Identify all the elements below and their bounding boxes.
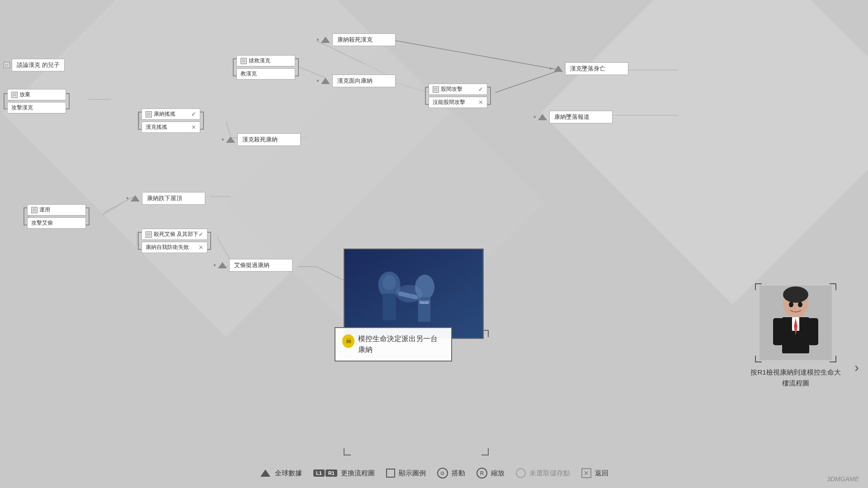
triangle-icon: [226, 136, 235, 143]
no-save-label: 未選取儲存點: [529, 469, 570, 478]
node-label: 漢克殺死康納: [237, 133, 301, 146]
node-label: 漢克墜落身亡: [565, 62, 628, 75]
triangle-icon: [538, 114, 547, 120]
bullet: •: [316, 77, 319, 85]
group-choices: □ 股間攻擊 ✓ 沒能股間攻擊 ✕: [429, 84, 487, 108]
triangle-icon: [321, 37, 330, 43]
check-mark: ✓: [478, 86, 483, 93]
choice-use: □ 運用: [27, 204, 86, 216]
check-mark: ✓: [198, 231, 203, 238]
video-preview: POLICE: [344, 249, 484, 339]
corner-tr: [830, 283, 836, 290]
right-panel: 按R1檢視康納到達模控生命大樓流程圖: [750, 283, 841, 389]
choice-icon: □: [11, 92, 18, 98]
group-choices: □ 放棄 攻擊漢克: [7, 89, 66, 113]
action-group-1: □ 放棄 攻擊漢克: [4, 89, 70, 113]
l1-button: L1: [313, 469, 325, 477]
group-bracket-right: [66, 93, 70, 109]
l1r1-buttons: L1 R1: [313, 469, 337, 477]
triangle-icon: [554, 66, 563, 72]
choice-icon: □: [241, 58, 247, 64]
svg-point-39: [396, 285, 423, 302]
choice-group-groin: □ 股間攻擊 ✓ 沒能股間攻擊 ✕: [425, 84, 491, 108]
bullet: •: [316, 36, 319, 44]
svg-point-44: [783, 286, 808, 303]
node-hank-face-connor: • 漢克面向康納: [316, 75, 396, 87]
group-bracket-left: [138, 232, 142, 250]
video-inner: POLICE: [344, 249, 483, 338]
svg-rect-48: [773, 318, 783, 345]
choice-icon: □: [31, 207, 38, 213]
choice-attack-eva: 攻擊艾偷: [27, 217, 86, 229]
tooltip-content: ☠ 模控生命決定派出另一台康納: [342, 333, 444, 355]
toolbar-move[interactable]: ⊙ 搭動: [437, 468, 465, 479]
x-mark: ✕: [478, 99, 483, 106]
choice-connor-self-defense-fail: 康納自我防衛失敗 ✕: [142, 242, 208, 253]
bullet: •: [549, 65, 552, 73]
svg-point-50: [789, 302, 793, 307]
group-bracket-right: [208, 232, 211, 250]
choice-icon: □: [146, 231, 152, 238]
triangle-icon: [218, 262, 227, 268]
toolbar-global-data[interactable]: 全球數據: [259, 467, 302, 479]
tooltip-text: 模控生命決定派出另一台康納: [358, 333, 444, 355]
node-label: 漢克面向康納: [332, 75, 396, 87]
node-connor-fall-report: • 康納墜落報道: [533, 111, 613, 123]
square-icon: [386, 469, 395, 478]
node-label: 康納跌下屋頂: [142, 192, 205, 205]
circle-icon: [516, 468, 526, 478]
switch-chart-label: 更換流程圖: [341, 469, 375, 478]
group-choices: □ 拯救漢克 教漢克: [236, 55, 295, 80]
node-label: 康納墜落報道: [549, 111, 613, 123]
choice-icon: □: [433, 86, 439, 93]
group-bracket-left: [233, 58, 236, 76]
toolbar-show-legend[interactable]: 顯示圖例: [386, 469, 426, 478]
back-label: 返回: [595, 469, 609, 478]
bottom-toolbar: 全球數據 L1 R1 更換流程圖 顯示圖例 ⊙ 搭動 R 縮放 未選取儲存點 ✕…: [259, 467, 609, 479]
group-bracket-right: [295, 58, 299, 76]
next-button[interactable]: ›: [854, 360, 859, 375]
choice-group-shake: □ 康納搖搖 ✓ 漢克搖搖 ✕: [138, 108, 204, 133]
choice-hank-shake: 漢克搖搖 ✕: [142, 122, 200, 133]
group-bracket-left: [4, 93, 7, 109]
tooltip-icon: ☠: [342, 334, 354, 348]
node-hank-kill-connor: • 漢克殺死康納: [222, 133, 301, 146]
zoom-label: 縮放: [491, 469, 505, 478]
node-discuss-hank-son: □ 談論漢克 的兒子: [4, 59, 65, 71]
watermark: 3DMGAME: [827, 475, 859, 483]
group-bracket-right: [86, 207, 90, 225]
node-group-use-attack: □ 運用 攻擊艾偷: [24, 204, 90, 229]
choice-icon: □: [146, 111, 152, 117]
toolbar-no-save[interactable]: 未選取儲存點: [516, 468, 570, 478]
toolbar-switch-chart[interactable]: L1 R1 更換流程圖: [313, 469, 375, 478]
node-label: 談論漢克 的兒子: [12, 59, 65, 71]
toolbar-zoom[interactable]: R 縮放: [476, 468, 505, 479]
check-mark: ✓: [191, 111, 196, 117]
x-mark: ✕: [191, 124, 196, 131]
svg-point-35: [382, 275, 396, 291]
choice-kill-eva-troops: □ 殺死艾偷 及其部下 ✓: [142, 229, 208, 240]
choice-connor-shake: □ 康納搖搖 ✓: [142, 108, 200, 120]
group-bracket-left: [24, 207, 27, 225]
right-panel-description: 按R1檢視康納到達模控生命大樓流程圖: [750, 367, 841, 389]
video-scene: POLICE: [344, 249, 483, 338]
x-mark: ✕: [198, 244, 203, 251]
r-icon: R: [476, 468, 487, 479]
choice-group-kill-eva: □ 殺死艾偷 及其部下 ✓ 康納自我防衛失敗 ✕: [138, 229, 211, 253]
group-bracket-left: [425, 87, 429, 105]
clock-icon: ⊙: [437, 468, 448, 479]
svg-point-51: [798, 302, 802, 307]
node-group-save-hank: □ 拯救漢克 教漢克: [233, 55, 299, 80]
r1-button: R1: [326, 469, 337, 477]
bullet: •: [533, 113, 536, 121]
choice-save-hank: □ 拯救漢克: [236, 55, 295, 66]
toolbar-back[interactable]: ✕ 返回: [581, 468, 609, 478]
triangle-icon: [131, 195, 140, 202]
global-data-label: 全球數據: [275, 469, 302, 478]
right-panel-figure: [755, 283, 836, 362]
svg-rect-34: [382, 294, 396, 320]
svg-rect-49: [808, 318, 818, 345]
node-eva-survive-connor: • 艾偷挺過康納: [213, 259, 292, 272]
corner-tl: [755, 283, 762, 290]
bullet: •: [222, 136, 224, 144]
